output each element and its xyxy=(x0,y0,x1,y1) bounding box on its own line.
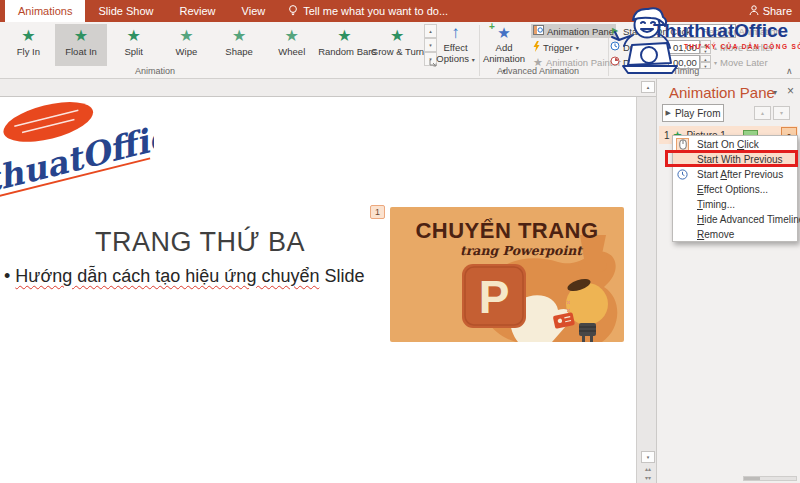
start-label: Start: xyxy=(623,26,646,37)
timeline-zoom-slider[interactable] xyxy=(743,476,797,481)
tell-me-label: Tell me what you want to do... xyxy=(303,5,448,17)
pane-move-up-button[interactable]: ▴ xyxy=(754,106,771,120)
delay-clock-icon xyxy=(610,56,620,68)
tell-me-box[interactable]: Tell me what you want to do... xyxy=(278,0,448,22)
duration-input[interactable]: 01,00 xyxy=(668,40,700,54)
animation-wheel[interactable]: ★ Wheel xyxy=(265,24,318,66)
play-from-button[interactable]: ▶ Play From xyxy=(662,104,724,122)
star-icon: ★ xyxy=(107,27,160,45)
lightning-bolt-icon xyxy=(533,41,540,54)
animation-pane-title: Animation Pane xyxy=(669,84,775,101)
slide-picture-chuyen-trang[interactable]: P CHUYỂN TRANG trang Powerpoint xyxy=(390,207,624,342)
up-caret-icon: ▴ xyxy=(714,44,717,51)
start-play-icon: ▶ xyxy=(612,26,618,35)
slide-area-margin xyxy=(0,79,656,97)
animation-pane-icon xyxy=(533,25,544,37)
thuthuatoffice-slide-logo[interactable]: thuatOffice xyxy=(0,97,154,197)
reorder-animation-label: Reorder Animation xyxy=(702,26,781,37)
animation-shape[interactable]: ★ Shape xyxy=(213,24,266,66)
animation-wipe[interactable]: ★ Wipe xyxy=(160,24,213,66)
dropdown-caret-icon: ▾ xyxy=(576,44,579,51)
bullet-marker: • xyxy=(4,266,10,286)
group-separator xyxy=(479,25,480,76)
bullet-text-tail: Slide xyxy=(319,266,364,286)
star-icon: ★ xyxy=(2,27,55,45)
float-up-arrow-icon: ↑ xyxy=(433,24,478,42)
tab-view[interactable]: View xyxy=(229,0,279,22)
scroll-down-button[interactable]: ▾ xyxy=(641,451,655,463)
bullet-text-vietnamese: Hướng dẫn cách tạo hiệu ứng chuyển xyxy=(15,266,319,286)
animation-random-bars[interactable]: ★ Random Bars xyxy=(318,24,371,66)
star-icon: ★ xyxy=(55,27,108,45)
pane-close-icon[interactable]: × xyxy=(787,84,794,98)
annotation-highlight-box xyxy=(665,150,798,167)
share-button[interactable]: Share xyxy=(749,0,792,22)
menu-remove[interactable]: Remove xyxy=(673,227,797,242)
star-icon: ★ xyxy=(318,27,371,45)
dropdown-caret-icon: ▾ xyxy=(472,57,475,63)
menu-effect-options[interactable]: Effect Options... xyxy=(673,182,797,197)
star-icon: ★ xyxy=(213,27,266,45)
tab-review[interactable]: Review xyxy=(166,0,228,22)
slider-thumb[interactable] xyxy=(744,477,760,480)
powerpoint-p-letter: P xyxy=(479,271,510,323)
slide-title-textbox[interactable]: TRANG THỨ BA xyxy=(90,227,310,258)
animation-float-in[interactable]: ★ Float In xyxy=(55,24,108,66)
duration-clock-icon xyxy=(610,41,620,53)
powerpoint-window: Animations Slide Show Review View Tell m… xyxy=(0,0,800,483)
ribbon: ★ Fly In ★ Float In ★ Split ★ Wipe ★ Sha… xyxy=(0,22,800,79)
dialog-launcher-icon[interactable] xyxy=(429,58,437,69)
item-order-number: 1 xyxy=(664,130,670,141)
pane-options-caret-icon[interactable]: ▾ xyxy=(773,88,777,97)
duration-label: Duration: xyxy=(623,42,662,53)
pane-move-down-button[interactable]: ▾ xyxy=(773,106,790,120)
person-icon xyxy=(749,5,759,18)
menu-timing[interactable]: Timing... xyxy=(673,197,797,212)
lightbulb-icon xyxy=(288,4,298,19)
duration-spinner[interactable]: ▴▾ xyxy=(700,40,711,54)
star-icon: ★ xyxy=(371,27,424,45)
svg-text:trang Powerpoint: trang Powerpoint xyxy=(460,243,583,258)
slide-bullet-textbox[interactable]: • Hướng dẫn cách tạo hiệu ứng chuyển Sli… xyxy=(4,266,364,287)
advanced-animation-group-label: Advanced Animation xyxy=(488,66,588,76)
menu-hide-advanced-timeline[interactable]: Hide Advanced Timeline xyxy=(673,212,797,227)
tab-slide-show[interactable]: Slide Show xyxy=(85,0,166,22)
trigger-button[interactable]: Trigger ▾ xyxy=(531,40,581,54)
clock-icon xyxy=(677,169,688,182)
scroll-up-button[interactable]: ▴ xyxy=(641,81,655,93)
move-earlier-button[interactable]: ▴ Move Earlier xyxy=(712,40,775,54)
tab-animations[interactable]: Animations xyxy=(5,0,85,22)
star-icon: ★ xyxy=(265,27,318,45)
ribbon-tab-bar: Animations Slide Show Review View Tell m… xyxy=(0,0,800,22)
add-animation-icon: ★+ xyxy=(481,24,527,42)
animation-group-label: Animation xyxy=(110,66,200,76)
previous-slide-button[interactable]: ▴▴ xyxy=(644,466,652,472)
animation-pane-button[interactable]: Animation Pane xyxy=(531,24,616,38)
effect-options-button[interactable]: ↑ Effect Options ▾ xyxy=(433,24,478,66)
svg-text:CHUYỂN TRANG: CHUYỂN TRANG xyxy=(415,218,598,243)
share-label: Share xyxy=(763,5,792,17)
menu-start-after-previous[interactable]: Start After Previous xyxy=(673,167,797,182)
animation-number-badge[interactable]: 1 xyxy=(370,205,385,219)
next-slide-button[interactable]: ▾▾ xyxy=(644,475,652,481)
down-caret-icon: ▾ xyxy=(714,59,717,66)
animation-style-gallery: ★ Fly In ★ Float In ★ Split ★ Wipe ★ Sha… xyxy=(2,24,424,66)
animation-grow-turn[interactable]: ★ Grow & Turn xyxy=(371,24,424,66)
collapse-ribbon-button[interactable]: ∧ xyxy=(786,66,793,76)
play-icon: ▶ xyxy=(666,109,671,117)
timing-group-label: Timing xyxy=(640,66,732,76)
star-icon: ★ xyxy=(160,27,213,45)
animation-split[interactable]: ★ Split xyxy=(107,24,160,66)
animation-fly-in[interactable]: ★ Fly In xyxy=(2,24,55,66)
